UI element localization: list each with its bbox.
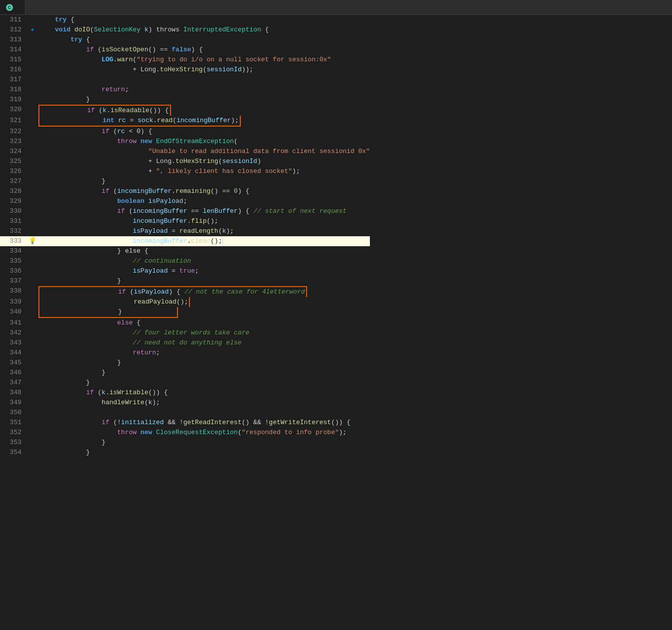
table-row: 350 (0, 408, 370, 418)
line-content: if (rc < 0) { (37, 127, 370, 137)
line-number: 349 (0, 398, 27, 408)
line-number: 340 (0, 307, 27, 318)
line-gutter (27, 256, 37, 266)
line-content: handleWrite(k); (37, 398, 370, 408)
table-row: 323 throw new EndOfStreamException( (0, 137, 370, 147)
line-number: 342 (0, 328, 27, 338)
line-gutter (27, 297, 37, 307)
line-number: 323 (0, 137, 27, 147)
line-gutter (27, 137, 37, 147)
line-gutter (27, 338, 37, 348)
line-content: void doIO(SelectionKey k) throws Interru… (37, 25, 370, 35)
line-gutter (27, 448, 37, 458)
table-row: 333💡 incomingBuffer.clear(); (0, 236, 370, 246)
line-gutter (27, 157, 37, 166)
line-gutter (27, 358, 37, 368)
table-row: 315 LOG.warn("trying to do i/o on a null… (0, 55, 370, 65)
line-number: 317 (0, 75, 27, 85)
line-content: } (37, 358, 370, 368)
table-row: 340 } (0, 307, 370, 318)
line-content: } (37, 307, 370, 318)
line-number: 325 (0, 157, 27, 166)
line-number: 314 (0, 45, 27, 55)
table-row: 352 throw new CloseRequestException("res… (0, 428, 370, 438)
table-row: 344 return; (0, 348, 370, 358)
line-number: 343 (0, 338, 27, 348)
line-content: // continuation (37, 256, 370, 266)
table-row: 326 + ", likely client has closed socket… (0, 166, 370, 176)
line-gutter: ● (27, 25, 37, 35)
line-gutter (27, 186, 37, 196)
code-editor: 311 try {312● void doIO(SelectionKey k) … (0, 15, 672, 630)
table-row: 311 try { (0, 15, 370, 25)
line-number: 320 (0, 105, 27, 116)
line-content: isPayload = true; (37, 266, 370, 276)
line-content (37, 408, 370, 418)
line-number: 321 (0, 116, 27, 127)
line-content: // need not do anything else (37, 338, 370, 348)
file-tab[interactable]: C (0, 0, 25, 14)
line-gutter (27, 127, 37, 137)
line-content: } (37, 448, 370, 458)
line-number: 315 (0, 55, 27, 65)
line-gutter (27, 147, 37, 157)
line-gutter (27, 55, 37, 65)
line-gutter (27, 65, 37, 75)
line-content: isPayload = readLength(k); (37, 226, 370, 236)
table-row: 331 incomingBuffer.flip(); (0, 216, 370, 226)
line-number: 327 (0, 176, 27, 186)
line-number: 348 (0, 388, 27, 398)
line-gutter (27, 216, 37, 226)
line-gutter (27, 176, 37, 186)
line-number: 345 (0, 358, 27, 368)
table-row: 349 handleWrite(k); (0, 398, 370, 408)
table-row: 336 isPayload = true; (0, 266, 370, 276)
line-content: } (37, 176, 370, 186)
table-row: 337 } (0, 276, 370, 286)
line-content: return; (37, 348, 370, 358)
line-content: + ", likely client has closed socket"); (37, 166, 370, 176)
table-row: 332 isPayload = readLength(k); (0, 226, 370, 236)
line-number: 330 (0, 206, 27, 216)
line-content (37, 75, 370, 85)
file-type-icon: C (6, 4, 13, 11)
table-row: 322 if (rc < 0) { (0, 127, 370, 137)
line-content: if (k.isReadable()) { (37, 105, 370, 116)
table-row: 343 // need not do anything else (0, 338, 370, 348)
line-content: if (incomingBuffer.remaining() == 0) { (37, 186, 370, 196)
line-content: if (k.isWritable()) { (37, 388, 370, 398)
line-gutter (27, 408, 37, 418)
line-number: 328 (0, 186, 27, 196)
line-gutter (27, 35, 37, 45)
tab-bar: C (0, 0, 672, 15)
line-gutter (27, 95, 37, 105)
line-number: 347 (0, 378, 27, 388)
table-row: 342 // four letter words take care (0, 328, 370, 338)
line-gutter (27, 348, 37, 358)
line-content: // four letter words take care (37, 328, 370, 338)
line-gutter (27, 246, 37, 256)
line-number: 316 (0, 65, 27, 75)
line-number: 354 (0, 448, 27, 458)
line-number: 332 (0, 226, 27, 236)
line-number: 353 (0, 438, 27, 448)
table-row: 320 if (k.isReadable()) { (0, 105, 370, 116)
table-row: 353 } (0, 438, 370, 448)
line-gutter (27, 438, 37, 448)
line-content: + Long.toHexString(sessionId) (37, 157, 370, 166)
line-gutter (27, 206, 37, 216)
table-row: 317 (0, 75, 370, 85)
line-gutter (27, 368, 37, 378)
line-content: throw new CloseRequestException("respond… (37, 428, 370, 438)
code-lines-container: 311 try {312● void doIO(SelectionKey k) … (0, 15, 370, 630)
line-number: 352 (0, 428, 27, 438)
line-gutter (27, 105, 37, 116)
table-row: 348 if (k.isWritable()) { (0, 388, 370, 398)
table-row: 341 else { (0, 318, 370, 328)
line-gutter (27, 398, 37, 408)
line-gutter (27, 226, 37, 236)
line-gutter (27, 166, 37, 176)
line-gutter (27, 276, 37, 286)
table-row: 354 } (0, 448, 370, 458)
line-gutter (27, 196, 37, 206)
